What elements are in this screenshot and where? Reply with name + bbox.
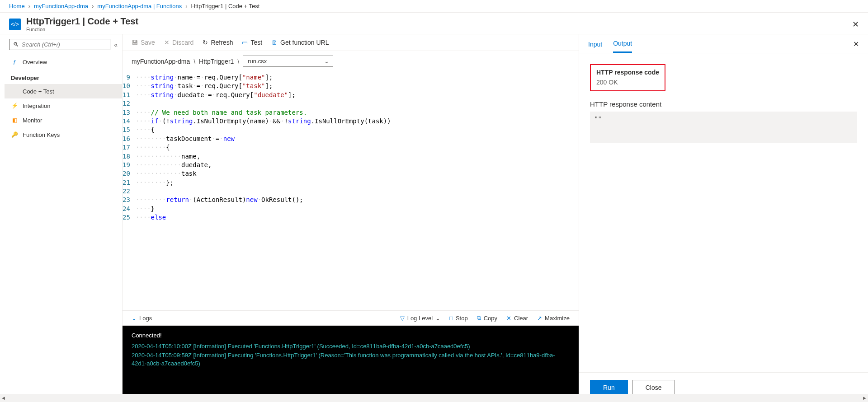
stop-button[interactable]: □ Stop [449,315,468,322]
response-content-label: HTTP response content [590,100,857,108]
function-icon: ƒ [11,58,18,65]
tab-output[interactable]: Output [613,40,632,53]
chevron-right-icon: › [28,3,30,9]
sidebar-item-monitor[interactable]: ◧Monitor [5,113,122,127]
sidebar-item-label: Function Keys [23,131,60,138]
test-icon: ▭ [242,39,248,46]
sidebar: 🔍︎ « ƒ Overview Developer Code + Test⚡In… [0,34,122,402]
chevron-down-icon: ⌄ [132,315,137,322]
chevron-right-icon: › [92,3,94,9]
path-func: HttpTrigger1 [199,58,234,65]
sidebar-item-label: Code + Test [23,88,54,95]
test-button[interactable]: ▭ Test [242,39,262,46]
code-editor[interactable]: 910111213141516171819202122232425 ····st… [123,71,579,310]
refresh-icon: ↻ [203,39,208,46]
sidebar-item-label: Integration [23,103,50,109]
breadcrumb: Home › myFunctionApp-dma › myFunctionApp… [0,0,868,13]
stop-icon: □ [449,315,453,322]
content-area: 💾︎ Save ✕ Discard ↻ Refresh ▭ Test 🗎 Get… [122,34,579,402]
chevron-right-icon: › [185,3,187,9]
tab-input[interactable]: Input [588,41,602,52]
sidebar-item-label: Overview [23,59,47,65]
maximize-button[interactable]: ↗ Maximize [537,315,570,322]
search-icon: 🔍︎ [13,41,19,48]
clear-icon: ✕ [506,315,511,322]
path-sep: \ [193,58,195,65]
maximize-icon: ↗ [537,315,542,322]
page-header: </> HttpTrigger1 | Code + Test Function … [0,13,868,34]
search-input[interactable] [22,41,106,48]
filter-icon: ▽ [400,315,405,322]
nav-icon: ⚡ [11,102,18,109]
nav-icon [11,88,18,95]
collapse-sidebar-button[interactable]: « [114,41,118,48]
breadcrumb-app[interactable]: myFunctionApp-dma [34,3,88,9]
path-app: myFunctionApp-dma [132,58,190,65]
logs-toggle[interactable]: ⌄ Logs [132,315,152,322]
toolbar: 💾︎ Save ✕ Discard ↻ Refresh ▭ Test 🗎 Get… [123,34,579,51]
refresh-button[interactable]: ↻ Refresh [203,39,233,46]
horizontal-scrollbar[interactable]: ◄ ► [0,394,868,402]
search-box[interactable]: 🔍︎ [9,39,110,50]
code-body[interactable]: ····string·name·=·req.Query["name"];····… [136,71,579,310]
discard-button[interactable]: ✕ Discard [164,39,193,46]
copy-button[interactable]: ⧉ Copy [477,314,497,322]
run-button[interactable]: Run [590,380,628,395]
page-subtitle: Function [26,27,138,32]
output-body: HTTP response code 200 OK HTTP response … [579,53,868,372]
log-entry: 2020-04-14T05:10:00Z [Information] Execu… [132,342,570,351]
file-selector[interactable]: run.csx ⌄ [243,56,333,67]
scroll-right-icon[interactable]: ► [862,395,867,401]
selected-file: run.csx [248,58,267,65]
chevron-down-icon: ⌄ [324,58,329,65]
get-function-url-button[interactable]: 🗎 Get function URL [271,39,329,46]
sidebar-section-developer: Developer [5,69,122,84]
path-sep: \ [237,58,239,65]
nav-icon: 🔑 [11,131,18,138]
response-content-box[interactable]: "" [590,112,857,143]
sidebar-item-integration[interactable]: ⚡Integration [5,98,122,113]
copy-icon: ⧉ [477,314,481,322]
save-icon: 💾︎ [132,39,138,46]
page-title: HttpTrigger1 | Code + Test [26,16,138,27]
response-code-value: 200 OK [596,79,659,86]
close-test-panel-button[interactable]: ✕ [853,40,859,53]
test-panel: Input Output ✕ HTTP response code 200 OK… [579,34,868,402]
scroll-left-icon[interactable]: ◄ [1,395,6,401]
clear-button[interactable]: ✕ Clear [506,315,528,322]
sidebar-item-label: Monitor [23,117,42,124]
close-button[interactable]: ✕ [852,19,859,29]
log-console[interactable]: Connected! 2020-04-14T05:10:00Z [Informa… [123,326,579,402]
sidebar-item-code-test[interactable]: Code + Test [5,84,122,98]
save-button[interactable]: 💾︎ Save [132,39,155,46]
chevron-down-icon: ⌄ [435,315,440,322]
response-code-box: HTTP response code 200 OK [590,64,665,91]
console-connected: Connected! [132,332,570,339]
response-code-label: HTTP response code [596,69,659,76]
url-icon: 🗎 [271,39,278,46]
file-path-row: myFunctionApp-dma \ HttpTrigger1 \ run.c… [123,51,579,71]
breadcrumb-home[interactable]: Home [9,3,25,9]
line-gutter: 910111213141516171819202122232425 [123,71,136,310]
code-icon: </> [9,19,21,30]
discard-icon: ✕ [164,39,170,46]
log-level-button[interactable]: ▽ Log Level ⌄ [400,315,440,322]
sidebar-item-overview[interactable]: ƒ Overview [5,55,122,69]
breadcrumb-current: HttpTrigger1 | Code + Test [191,3,260,9]
logs-toolbar: ⌄ Logs ▽ Log Level ⌄ □ Stop ⧉ Copy [123,310,579,326]
breadcrumb-functions[interactable]: myFunctionApp-dma | Functions [97,3,182,9]
close-button[interactable]: Close [632,380,675,395]
test-panel-tabs: Input Output ✕ [579,34,868,53]
log-entry: 2020-04-14T05:09:59Z [Information] Execu… [132,351,570,368]
nav-icon: ◧ [11,117,18,124]
sidebar-item-function-keys[interactable]: 🔑Function Keys [5,127,122,142]
